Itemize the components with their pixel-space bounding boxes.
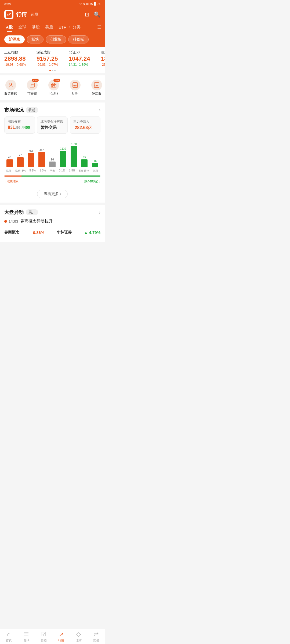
quick-reits[interactable]: new REITs (43, 79, 64, 97)
quick-reits-icon: new (48, 80, 59, 90)
big-move-header: 大盘异动 展开 › (4, 209, 100, 215)
search-icon[interactable]: 🔍 (94, 11, 100, 18)
summary-up: ↑ 涨831家 (4, 179, 19, 184)
main-flow-card[interactable]: 主力净流入 -282.63亿 (70, 116, 100, 134)
market-cards: 涨跌分布 831:96:4400 北向资金净买额 暂停交易 主力净流入 -282… (4, 116, 100, 134)
big-move-more-icon[interactable]: › (99, 210, 100, 215)
news-dot (4, 220, 7, 223)
bottom-spacer (0, 242, 105, 258)
index-beizheng50-value: 1047.24 (69, 55, 97, 62)
news-item-1: 14:03 券商概念异动拉升 (4, 219, 100, 224)
main-flow-value: -282.63亿 (73, 125, 97, 131)
quick-etf[interactable]: ETF ETF (64, 79, 86, 97)
header: 行情 选股 ⊡ 🔍 (0, 8, 105, 21)
bar-zhangting: 46 (5, 155, 15, 167)
nav-item-etf[interactable]: ETF (56, 23, 69, 32)
dot-1 (49, 70, 51, 71)
nav-item-category[interactable]: 分类 (70, 23, 83, 32)
progress-up (4, 175, 21, 177)
bar-zhang51: 351 (26, 149, 36, 167)
northflow-title: 北向资金净买额 (41, 119, 64, 124)
index-chuangye-name: 创业 (101, 50, 105, 55)
index-chuangye-value: 1808 (101, 55, 105, 62)
news-text-1: 券商概念异动拉升 (20, 219, 53, 224)
nav-item-ashare[interactable]: A股 (3, 23, 16, 32)
quick-stock-advisor[interactable]: 股票投顾 (0, 79, 21, 97)
bar-die5: 85 (79, 155, 89, 167)
market-overview-title: 市场概况 (4, 107, 24, 113)
stock-hualing: 华林证券 (57, 230, 72, 235)
progress-bar (4, 175, 100, 177)
news-time-1: 14:03 (9, 219, 18, 224)
view-more-button[interactable]: 查看更多 › (37, 190, 68, 198)
quick-hushen-label: 沪深股 (92, 92, 102, 96)
external-link-icon[interactable]: ⊡ (85, 11, 89, 18)
stock-concept-name: 券商概念 (4, 230, 19, 235)
status-icons: ♡ N ⊞ 56 ▊ 76 (79, 2, 100, 6)
stock-hualing-change: ▲ 4.79% (84, 230, 100, 235)
quick-convertible-icon: new (27, 80, 38, 90)
stock-preview-row[interactable]: 券商概念 -0.86% 华林证券 ▲ 4.79% (4, 227, 100, 237)
big-move-title: 大盘异动 (4, 209, 24, 215)
summary-down: 跌4400家 ↓ (84, 179, 100, 184)
nav-item-global[interactable]: 全球 (16, 23, 29, 32)
bar-xlabels: 涨停 涨停-5% 5-1% 1-0% 平盘 0-1% 1-5% 5%-跌停 跌停 (4, 167, 100, 173)
big-move-expand-btn[interactable]: 展开 (26, 209, 38, 215)
big-move-section: 大盘异动 展开 › 14:03 券商概念异动拉升 券商概念 -0.86% 华林证… (0, 205, 105, 242)
app-logo (4, 10, 13, 19)
progress-down (21, 175, 100, 177)
nav-item-usstock[interactable]: 美股 (42, 23, 56, 32)
northflow-card[interactable]: 北向资金净买额 暂停交易 (37, 116, 68, 134)
page-subtitle: 选股 (31, 12, 38, 17)
market-overview-section: 市场概况 收起 › 涨跌分布 831:96:4400 北向资金净买额 暂停交易 … (0, 103, 105, 203)
quick-hushen-icon: ETF (91, 80, 102, 90)
index-shenzhen-changes: -99.03 -1.07% (37, 63, 64, 67)
index-beizheng50-name: 北证50 (69, 50, 97, 55)
index-chuangye[interactable]: 创业 1808 -23.07 (101, 50, 105, 67)
svg-rect-4 (53, 86, 55, 87)
index-shangzheng-value: 2898.88 (4, 55, 32, 62)
dot-2 (52, 70, 53, 71)
header-actions: ⊡ 🔍 (85, 11, 100, 18)
quick-reits-label: REITs (49, 92, 58, 95)
market-more-icon[interactable]: › (99, 107, 100, 113)
status-time: 3:59 (4, 2, 11, 6)
subnav-star[interactable]: 科创板 (68, 35, 89, 43)
svg-text:ETF: ETF (95, 85, 99, 87)
index-shenzhen-name: 深证成指 (37, 50, 64, 55)
index-shenzhen-value: 9157.25 (37, 55, 64, 62)
quick-hushen[interactable]: ETF 沪深股 (86, 79, 105, 97)
bar-dieting: 16 (90, 159, 100, 167)
nav-item-hkstock[interactable]: 港股 (29, 23, 42, 32)
bar-die15: 3189 (69, 142, 79, 167)
market-collapse-btn[interactable]: 收起 (26, 107, 38, 113)
quick-menu: 股票投顾 new 可转债 new REITs ETF (0, 75, 105, 100)
rise-fall-title: 涨跌分布 (8, 119, 31, 124)
convertible-badge: new (32, 79, 39, 82)
quick-stock-advisor-label: 股票投顾 (4, 92, 17, 96)
index-shenzhen[interactable]: 深证成指 9157.25 -99.03 -1.07% (37, 50, 69, 67)
subnav-sector[interactable]: 板块 (27, 35, 44, 43)
subnav-chinext[interactable]: 创业板 (46, 35, 66, 43)
bar-summary: ↑ 涨831家 跌4400家 ↓ (4, 179, 100, 184)
menu-icon[interactable]: ☰ (97, 24, 102, 30)
northflow-value: 暂停交易 (41, 125, 64, 130)
main-flow-title: 主力净流入 (73, 119, 97, 124)
dot-3 (54, 70, 56, 71)
rise-fall-card[interactable]: 涨跌分布 831:96:4400 (4, 116, 35, 134)
bar-zhang10: 357 (37, 148, 46, 167)
svg-rect-3 (51, 85, 56, 87)
index-shangzheng[interactable]: 上证指数 2898.88 -19.93 -0.68% (4, 50, 37, 67)
bar-chart: 46 77 351 357 (4, 138, 100, 186)
index-beizheng50[interactable]: 北证50 1047.24 14.31 1.39% (69, 50, 101, 67)
index-chuangye-changes: -23.07 (101, 63, 105, 67)
index-section: 上证指数 2898.88 -19.93 -0.68% 深证成指 9157.25 … (0, 47, 105, 70)
subnav-hushen[interactable]: 沪深京 (4, 35, 25, 43)
bar-zhang5: 77 (16, 153, 25, 167)
page-title: 行情 (16, 11, 27, 18)
stock-concept: 券商概念 (4, 230, 19, 235)
quick-convertible[interactable]: new 可转债 (21, 79, 43, 97)
svg-text:ETF: ETF (73, 84, 78, 87)
svg-rect-0 (6, 11, 12, 18)
quick-etf-label: ETF (72, 92, 78, 95)
